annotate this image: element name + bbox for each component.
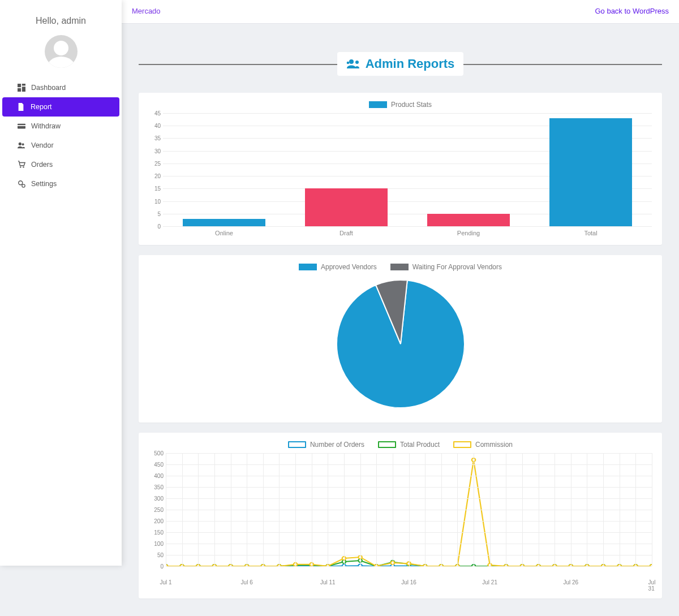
sidebar-item-dashboard[interactable]: Dashboard <box>3 78 119 97</box>
line-gridline-v <box>490 453 491 566</box>
svg-point-6 <box>19 143 22 145</box>
line-gridline-v <box>522 453 523 566</box>
line-chart: 050100150200250300350400450500 <box>149 453 652 578</box>
line-gridline-v <box>231 453 231 566</box>
line-gridline-v <box>182 453 183 566</box>
line-gridline-v <box>457 453 458 566</box>
line-gridline-v <box>360 453 361 566</box>
bar-col: Online <box>163 113 285 226</box>
bar-rect <box>305 188 388 226</box>
cogs-icon <box>18 180 25 188</box>
sidebar-item-orders[interactable]: Orders <box>3 155 119 174</box>
sidebar-item-settings[interactable]: Settings <box>3 174 119 193</box>
legend-label: Commission <box>475 441 513 449</box>
legend-swatch <box>369 101 387 108</box>
greeting-text: Hello, admin <box>0 0 122 32</box>
product-stats-card: Product Stats 051015202530354045OnlineDr… <box>139 93 662 245</box>
sidebar-item-withdraw[interactable]: Withdraw <box>3 117 119 136</box>
svg-rect-2 <box>18 88 21 92</box>
line-gridline-v <box>587 453 587 566</box>
sidebar-item-report[interactable]: Report <box>2 97 119 117</box>
cart-icon <box>18 161 25 169</box>
sidebar-item-label: Withdraw <box>31 122 61 130</box>
legend-item: Number of Orders <box>288 441 364 449</box>
line-gridline-v <box>263 453 264 566</box>
line-gridline-v <box>409 453 410 566</box>
file-icon <box>17 103 25 111</box>
sidebar-item-label: Dashboard <box>31 84 66 92</box>
bar-rect <box>183 219 266 226</box>
legend-item: Total Product <box>378 441 440 449</box>
svg-point-9 <box>23 166 24 167</box>
bar-legend: Product Stats <box>149 101 652 109</box>
line-xlabel: Jul 6 <box>241 579 253 585</box>
line-gridline-h: 0 <box>166 566 652 567</box>
line-xlabel: Jul 1 <box>160 579 171 585</box>
svg-point-13 <box>355 61 359 64</box>
line-xlabel: Jul 11 <box>320 579 336 585</box>
line-gridline-v <box>506 453 506 566</box>
bar-chart: 051015202530354045OnlineDraftPendingTota… <box>149 113 652 235</box>
sidebar: Hello, admin Dashboard Report Withdraw V… <box>0 0 122 566</box>
pie-legend: Approved Vendors Waiting For Approval Ve… <box>149 263 652 271</box>
line-gridline-v <box>652 453 652 566</box>
sidebar-item-label: Orders <box>31 161 53 169</box>
line-gridline-v <box>376 453 377 566</box>
line-gridline-v <box>295 453 296 566</box>
line-gridline-v <box>198 453 199 566</box>
avatar <box>45 35 78 68</box>
line-legend: Number of Orders Total Product Commissio… <box>149 441 652 449</box>
legend-swatch <box>299 264 317 270</box>
legend-item: Product Stats <box>369 101 432 109</box>
line-gridline-v <box>571 453 571 566</box>
line-xlabel: Jul 26 <box>563 579 578 585</box>
svg-point-10 <box>19 181 23 185</box>
line-gridline-v <box>312 453 312 566</box>
bar-col: Pending <box>407 113 530 226</box>
sidebar-item-vendor[interactable]: Vendor <box>3 136 119 155</box>
line-gridline-v <box>635 453 636 566</box>
users-icon <box>18 141 25 149</box>
line-xlabel: Jul 31 <box>648 579 656 592</box>
line-gridline-v <box>555 453 555 566</box>
line-gridline-v <box>620 453 620 566</box>
line-xlabel: Jul 16 <box>401 579 416 585</box>
brand[interactable]: Mercado <box>132 7 161 15</box>
bar-label: Draft <box>340 230 353 236</box>
legend-item: Waiting For Approval Vendors <box>390 263 502 271</box>
svg-rect-0 <box>18 84 21 87</box>
legend-label: Waiting For Approval Vendors <box>412 263 502 271</box>
line-gridline-v <box>214 453 215 566</box>
svg-point-7 <box>22 143 24 145</box>
line-gridline-v <box>539 453 539 566</box>
svg-point-12 <box>349 59 354 64</box>
bar-gridline: 0 <box>163 226 652 227</box>
legend-item: Approved Vendors <box>299 263 377 271</box>
legend-swatch <box>378 441 396 448</box>
sidebar-item-label: Report <box>31 103 52 111</box>
orders-line-card: Number of Orders Total Product Commissio… <box>139 433 662 598</box>
line-gridline-v <box>474 453 474 566</box>
svg-point-14 <box>346 62 349 64</box>
main: Mercado Go back to WordPress Admin Repor… <box>122 0 679 616</box>
dashboard-icon <box>18 84 25 92</box>
page-title-text: Admin Reports <box>366 57 455 71</box>
sidebar-item-label: Settings <box>31 180 57 188</box>
bar-label: Pending <box>457 230 480 236</box>
back-to-wordpress-link[interactable]: Go back to WordPress <box>595 7 669 15</box>
bar-col: Draft <box>285 113 407 226</box>
line-gridline-v <box>425 453 426 566</box>
legend-swatch <box>288 441 306 448</box>
legend-label: Product Stats <box>391 101 432 109</box>
line-gridline-v <box>344 453 345 566</box>
vendor-approval-card: Approved Vendors Waiting For Approval Ve… <box>139 255 662 423</box>
line-gridline-v <box>279 453 280 566</box>
legend-item: Commission <box>453 441 513 449</box>
card-icon <box>18 122 25 130</box>
page-title-wrap: Admin Reports <box>139 52 662 76</box>
line-gridline-v <box>393 453 393 566</box>
topbar: Mercado Go back to WordPress <box>122 0 679 24</box>
page-title: Admin Reports <box>337 52 464 76</box>
line-gridline-v <box>603 453 604 566</box>
bar-label: Online <box>215 230 233 236</box>
